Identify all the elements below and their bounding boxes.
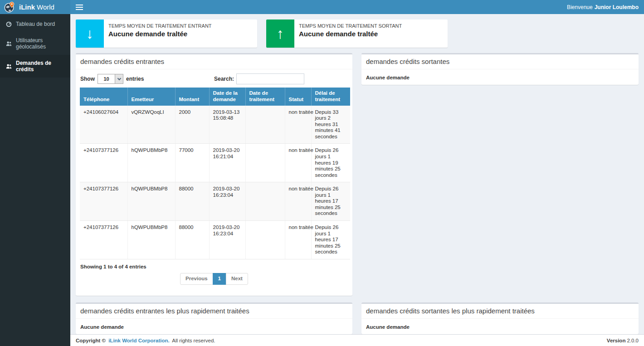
cell-request-date: 2019-03-20 16:21:04: [209, 144, 245, 182]
sidebar-nav: Tableau de bord Utilisateurs géolocalisé…: [0, 14, 70, 346]
version-number: 2.0.0: [627, 338, 639, 343]
stat-card-value: Aucune demande traltée: [299, 30, 402, 38]
users-icon: [6, 63, 12, 69]
panel-title: demandes crédits sortantes les plus rapi…: [361, 304, 639, 319]
welcome-message: BienvenueJunior Loulembo: [567, 4, 639, 10]
cell-amount: 88000: [175, 221, 209, 259]
globe-pin-logo-icon: [4, 1, 15, 13]
table-row: +24107377126 hQWPUBMbP8 77000 2019-03-20…: [80, 144, 350, 182]
stat-card-label: TEMPS MOYEN DE TRAITEMENT SORTANT: [299, 23, 402, 29]
panel-demandes-sortantes: demandes crédits sortantes Aucune demand…: [361, 53, 639, 85]
chevron-down-icon: [115, 74, 123, 83]
search-input[interactable]: [236, 73, 304, 84]
show-label: Show: [80, 76, 95, 82]
cell-amount: 2000: [175, 106, 209, 144]
cell-emitter: hQWPUBMbP8: [127, 221, 175, 259]
sidebar-item-label: Demandes de crédits: [16, 60, 64, 73]
cell-delay: Depuis 26 jours 1 heures 19 minutes 25 s…: [311, 144, 350, 182]
panel-entrantes-rapidement: demandes crédits entrantes les plus rapi…: [76, 302, 352, 334]
cell-phone: +24107377126: [80, 144, 127, 182]
cell-request-date: 2019-03-20 16:23:04: [209, 182, 245, 221]
cell-emitter: hQWPUBMbP8: [127, 182, 175, 221]
company-link[interactable]: iLink World Corporation.: [108, 338, 170, 343]
stat-card-sortant: ↑ TEMPS MOYEN DE TRAITEMENT SORTANT Aucu…: [266, 19, 448, 48]
cell-treatment-date: [245, 106, 285, 144]
stat-card-value: Aucune demande traltée: [108, 30, 212, 38]
sidebar-item-label: Tableau de bord: [16, 21, 55, 27]
sidebar-item-tableau-de-bord[interactable]: Tableau de bord: [0, 16, 70, 32]
table-row: +24106027604 vQRZWQoqLI 2000 2019-03-13 …: [80, 106, 350, 144]
copyright-text: Copyright ©: [76, 338, 106, 343]
demandes-entrantes-table: Téléphone Emetteur Montant Date de la de…: [80, 88, 350, 259]
pagination-previous-button[interactable]: Previous: [180, 273, 213, 285]
brand-title: iLinkWorld: [19, 3, 54, 11]
cell-treatment-date: [245, 221, 285, 259]
column-header-montant[interactable]: Montant: [175, 88, 209, 106]
search-label: Search:: [214, 76, 234, 82]
sidebar-item-utilisateurs-geolocalises[interactable]: Utilisateurs géolocalisés: [0, 32, 70, 55]
cell-delay: Depuis 26 jours 1 heures 17 minutes 25 s…: [311, 182, 350, 221]
empty-message: Aucune demande: [80, 324, 124, 330]
top-navbar: iLinkWorld BienvenueJunior Loulembo: [0, 0, 644, 14]
sidebar-toggle-icon[interactable]: [76, 5, 83, 10]
stat-card-entrant: ↓ TEMPS MOYEN DE TRAITEMENT ENTRANT Aucu…: [76, 19, 257, 48]
panel-title: demandes crédits sortantes: [361, 54, 639, 69]
column-header-date-demande[interactable]: Date de la demande: [209, 88, 245, 106]
sidebar-item-label: Utilisateurs géolocalisés: [16, 37, 64, 50]
rights-text: All rights reserved.: [172, 338, 215, 343]
app-window: iLinkWorld BienvenueJunior Loulembo Tabl…: [0, 0, 644, 346]
cell-request-date: 2019-03-13 15:08:48: [209, 106, 245, 144]
pagination-next-button[interactable]: Next: [226, 273, 248, 285]
cell-emitter: hQWPUBMbP8: [127, 144, 175, 182]
table-row: +24107377126 hQWPUBMbP8 88000 2019-03-20…: [80, 182, 350, 221]
cell-status: non traitée: [285, 144, 311, 182]
cell-amount: 88000: [175, 182, 209, 221]
cell-emitter: vQRZWQoqLI: [127, 106, 175, 144]
panel-sortantes-rapidement: demandes crédits sortantes les plus rapi…: [361, 302, 639, 334]
cell-status: non traitée: [285, 106, 311, 144]
cell-request-date: 2019-03-20 16:23:04: [209, 221, 245, 259]
column-header-telephone[interactable]: Téléphone: [80, 88, 127, 106]
users-icon: [6, 41, 12, 47]
empty-message: Aucune demande: [366, 75, 410, 80]
column-header-statut[interactable]: Statut: [285, 88, 311, 106]
sidebar-item-demandes-de-credits[interactable]: Demandes de crédits: [0, 55, 70, 78]
page-footer: Copyright © iLink World Corporation. All…: [70, 334, 644, 346]
cell-phone: +24107377126: [80, 221, 127, 259]
cell-amount: 77000: [175, 144, 209, 182]
stat-card-label: TEMPS MOYEN DE TRAITEMENT ENTRANT: [108, 23, 212, 29]
pagination: Previous 1 Next: [80, 273, 348, 285]
table-header-row: Téléphone Emetteur Montant Date de la de…: [80, 88, 350, 106]
cell-treatment-date: [245, 144, 285, 182]
column-header-date-traitement[interactable]: Date de traitement: [245, 88, 285, 106]
table-info-text: Showing 1 to 4 of 4 entries: [80, 264, 348, 269]
cell-delay: Depuis 26 jours 1 heures 17 minutes 25 s…: [311, 221, 350, 259]
cell-status: non traitée: [285, 182, 311, 221]
brand-logo[interactable]: iLinkWorld: [0, 0, 70, 14]
cell-phone: +24107377126: [80, 182, 127, 221]
panel-title: demandes crédits entrantes les plus rapi…: [76, 304, 352, 319]
panel-title: demandes crédits entrantes: [76, 54, 352, 69]
arrow-down-icon: ↓: [76, 19, 104, 48]
table-row: +24107377126 hQWPUBMbP8 88000 2019-03-20…: [80, 221, 350, 259]
empty-message: Aucune demande: [366, 324, 410, 330]
cell-treatment-date: [245, 182, 285, 221]
version-label: Version: [607, 338, 626, 343]
page-length-select[interactable]: 10: [98, 74, 123, 84]
main-content: ↓ TEMPS MOYEN DE TRAITEMENT ENTRANT Aucu…: [70, 14, 644, 334]
column-header-emetteur[interactable]: Emetteur: [127, 88, 175, 106]
cell-phone: +24106027604: [80, 106, 127, 144]
arrow-up-icon: ↑: [266, 19, 294, 48]
navbar-right-area: BienvenueJunior Loulembo: [70, 0, 644, 14]
cell-status: non traitée: [285, 221, 311, 259]
column-header-delai[interactable]: Délai de traitement: [311, 88, 350, 106]
pagination-page-1-button[interactable]: 1: [213, 273, 226, 285]
cell-delay: Depuis 33 jours 2 heures 31 minutes 41 s…: [311, 106, 350, 144]
panel-demandes-entrantes: demandes crédits entrantes Show 10 entri…: [76, 53, 352, 296]
entries-label: entries: [126, 76, 144, 82]
dashboard-icon: [6, 21, 12, 27]
